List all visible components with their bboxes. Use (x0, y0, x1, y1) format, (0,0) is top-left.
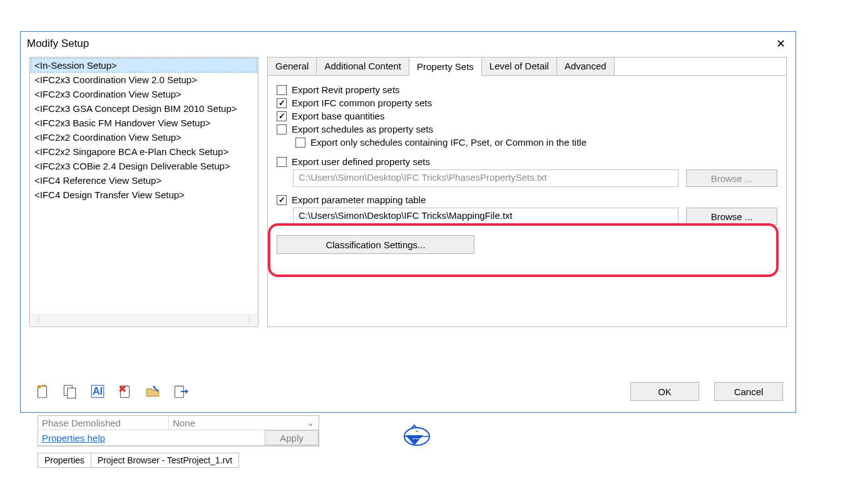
setup-item[interactable]: <IFC4 Design Transfer View Setup> (31, 188, 257, 202)
modify-setup-dialog: Modify Setup ✕ <In-Session Setup> <IFC2x… (20, 31, 796, 413)
scroll-right-icon[interactable]: 〉 (245, 316, 257, 325)
export-ifc-common-checkbox[interactable] (277, 98, 287, 108)
import-setup-icon[interactable] (143, 382, 162, 401)
copy-setup-icon[interactable] (61, 382, 79, 401)
dialog-title: Modify Setup (27, 38, 89, 50)
user-defined-path-input[interactable]: C:\Users\Simon\Desktop\IFC Tricks\Phases… (293, 169, 678, 187)
export-revit-checkbox[interactable] (277, 85, 287, 95)
rename-setup-icon[interactable]: AI (88, 382, 107, 401)
export-schedules-only-ifc-label: Export only schedules containing IFC, Ps… (310, 137, 586, 148)
classification-settings-button[interactable]: Classification Settings... (277, 235, 474, 254)
tab-general[interactable]: General (268, 58, 317, 75)
setup-item[interactable]: <IFC4 Reference View Setup> (31, 173, 257, 188)
new-setup-icon[interactable] (33, 382, 52, 401)
tab-property-sets[interactable]: Property Sets (409, 58, 482, 76)
tab-properties[interactable]: Properties (38, 453, 91, 468)
cancel-button[interactable]: Cancel (714, 382, 783, 401)
export-base-qty-label: Export base quantities (292, 111, 384, 121)
horizontal-scrollbar[interactable]: 〈 〉 (31, 315, 257, 326)
setup-item[interactable]: <IFC2x3 COBie 2.4 Design Deliverable Set… (31, 159, 257, 173)
svg-text:AI: AI (93, 385, 103, 396)
setup-item[interactable]: <IFC2x3 Coordination View 2.0 Setup> (31, 73, 257, 87)
svg-marker-18 (186, 389, 188, 395)
export-revit-label: Export Revit property sets (292, 84, 400, 95)
setup-item[interactable]: <IFC2x2 Singapore BCA e-Plan Check Setup… (31, 144, 257, 159)
export-schedules-checkbox[interactable] (277, 124, 287, 134)
setup-list[interactable]: <In-Session Setup> <IFC2x3 Coordination … (29, 57, 259, 327)
delete-setup-icon[interactable] (116, 382, 135, 401)
svg-rect-10 (68, 388, 76, 398)
export-param-mapping-checkbox[interactable] (277, 195, 287, 205)
phase-demolished-label: Phase Demolished (38, 416, 168, 430)
svg-point-8 (38, 385, 41, 388)
tabs-pane: General Additional Content Property Sets… (267, 57, 787, 327)
param-mapping-path-input[interactable]: C:\Users\Simon\Desktop\IFC Tricks\Mappin… (293, 208, 678, 225)
setup-item[interactable]: <IFC2x2 Coordination View Setup> (31, 130, 257, 144)
tab-additional-content[interactable]: Additional Content (317, 58, 409, 75)
export-setup-icon[interactable] (171, 382, 190, 401)
setup-item[interactable]: <IFC2x3 Basic FM Handover View Setup> (31, 116, 257, 130)
svg-text:---: --- (412, 433, 422, 443)
export-base-qty-checkbox[interactable] (277, 111, 287, 121)
setup-item[interactable]: <IFC2x3 GSA Concept Design BIM 2010 Setu… (31, 101, 257, 116)
export-ifc-common-label: Export IFC common property sets (292, 98, 432, 108)
setup-item[interactable]: <In-Session Setup> (31, 58, 257, 73)
scroll-left-icon[interactable]: 〈 (31, 316, 43, 325)
tab-level-of-detail[interactable]: Level of Detail (482, 58, 557, 75)
param-mapping-browse-button[interactable]: Browse ... (686, 208, 777, 225)
view-cube-compass-icon[interactable]: - --- (393, 418, 436, 453)
bottom-tabs: Properties Project Browser - TestProject… (38, 453, 239, 468)
chevron-down-icon[interactable]: ⌄ (307, 417, 315, 428)
phase-demolished-value: None (173, 418, 195, 428)
ok-button[interactable]: OK (630, 382, 699, 401)
background-properties-grid: Phase Demolished None ⌄ Properties help … (38, 415, 319, 446)
tab-advanced[interactable]: Advanced (557, 58, 615, 75)
setup-toolbar: AI (33, 382, 190, 401)
close-icon[interactable]: ✕ (772, 36, 789, 52)
apply-button[interactable]: Apply (265, 430, 319, 445)
tab-project-browser[interactable]: Project Browser - TestProject_1.rvt (91, 453, 239, 468)
setup-item[interactable]: <IFC2x3 Coordination View Setup> (31, 87, 257, 101)
export-param-mapping-label: Export parameter mapping table (292, 194, 426, 205)
properties-help-link[interactable]: Properties help (42, 433, 105, 443)
export-user-defined-label: Export user defined property sets (292, 156, 430, 167)
export-schedules-only-ifc-checkbox[interactable] (295, 138, 305, 148)
user-defined-browse-button[interactable]: Browse ... (686, 169, 777, 187)
export-schedules-label: Export schedules as property sets (292, 124, 433, 134)
export-user-defined-checkbox[interactable] (277, 157, 287, 167)
